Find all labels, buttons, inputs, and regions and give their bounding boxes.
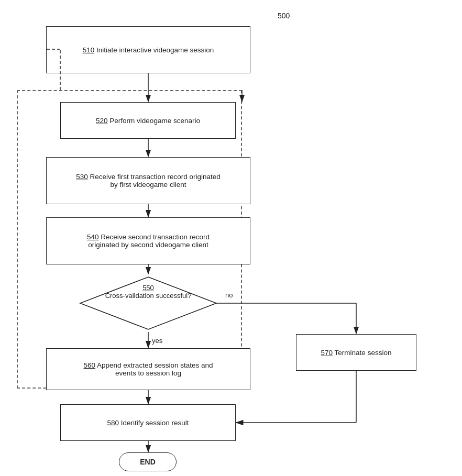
step-520-box: 520 Perform videogame scenario (60, 102, 236, 139)
step-580-num: 580 (107, 419, 119, 427)
step-570-label: 570 Terminate session (321, 349, 392, 357)
no-label: no (225, 291, 233, 299)
step-510-num: 510 (83, 46, 95, 54)
step-540-box: 540 Receive second transaction recordori… (46, 217, 250, 264)
step-560-label: 560 Append extracted session states ande… (84, 361, 213, 377)
yes-label: yes (152, 337, 163, 345)
step-510-box: 510 Initiate interactive videogame sessi… (46, 26, 250, 73)
step-580-box: 580 Identify session result (60, 404, 236, 441)
end-label: END (140, 458, 156, 466)
step-560-num: 560 (84, 361, 96, 369)
step-520-text: Perform videogame scenario (109, 117, 200, 125)
end-box: END (119, 452, 177, 471)
step-580-text: Identify session result (121, 419, 189, 427)
flowchart-diagram: 500 510 Initiate interactive videogame s… (0, 0, 462, 476)
step-510-label: 510 Initiate interactive videogame sessi… (83, 46, 214, 54)
step-580-label: 580 Identify session result (107, 419, 189, 427)
step-510-text: Initiate interactive videogame session (96, 46, 214, 54)
step-530-num: 530 (76, 173, 88, 181)
step-570-text: Terminate session (335, 349, 392, 357)
step-520-label: 520 Perform videogame scenario (96, 117, 200, 125)
step-530-label: 530 Receive first transaction record ori… (76, 173, 220, 189)
figure-label: 500 (278, 12, 290, 20)
step-570-num: 570 (321, 349, 333, 357)
step-550-diamond: 550 Cross-validation successful? (78, 274, 219, 332)
step-540-num: 540 (87, 233, 99, 241)
step-520-num: 520 (96, 117, 108, 125)
step-570-box: 570 Terminate session (296, 334, 416, 371)
step-540-label: 540 Receive second transaction recordori… (87, 233, 210, 249)
svg-marker-0 (80, 277, 216, 329)
step-530-box: 530 Receive first transaction record ori… (46, 157, 250, 204)
step-560-box: 560 Append extracted session states ande… (46, 348, 250, 390)
